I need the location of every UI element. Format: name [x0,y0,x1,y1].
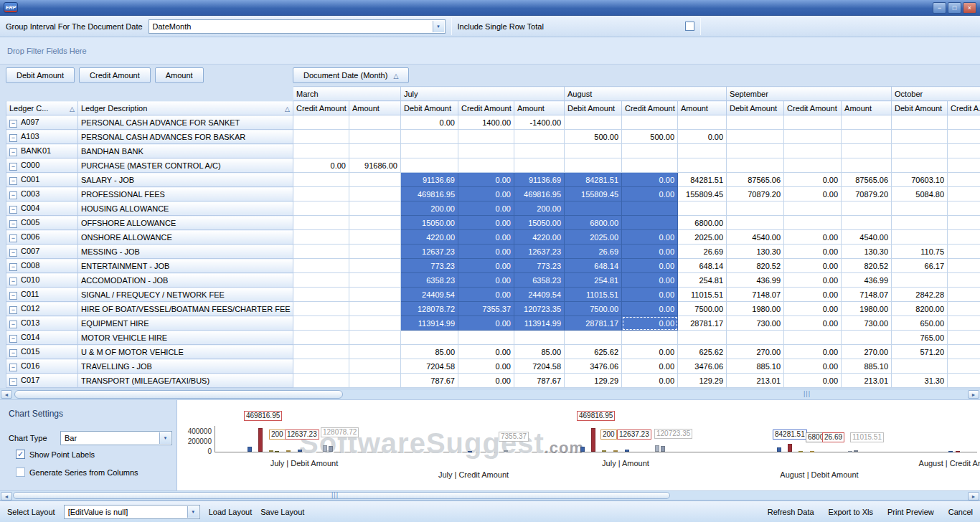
grid-cell[interactable] [842,331,892,345]
grid-cell[interactable] [349,187,401,201]
grid-cell[interactable]: 0.00 [458,288,514,302]
grid-cell[interactable] [401,331,458,345]
grid-cell[interactable]: 66.17 [892,259,948,273]
grid-cell[interactable] [293,245,349,259]
row-header-description[interactable]: MESSING - JOB [78,245,293,259]
grid-cell[interactable] [349,115,401,130]
grid-cell[interactable] [349,201,401,216]
row-header-code[interactable]: C014 [6,331,78,345]
column-group-header[interactable]: July [401,87,565,101]
grid-cell[interactable]: 128078.72 [401,302,458,316]
row-header-description[interactable]: SALARY - JOB [78,173,293,187]
grid-cell[interactable]: 213.01 [842,374,892,388]
grid-cell[interactable]: 0.00 [784,187,842,201]
grid-cell[interactable] [565,331,622,345]
row-header-description[interactable]: U & M OF MOTOR VEHICLE [78,345,293,359]
grid-cell[interactable] [784,158,842,173]
row-header-code[interactable]: C016 [6,359,78,374]
grid-cell[interactable] [565,201,622,216]
scrollbar-thumb[interactable] [13,492,670,499]
layout-select[interactable]: [EditValue is null] [64,505,200,519]
grid-cell[interactable]: 787.67 [514,374,565,388]
load-layout-button[interactable]: Load Layout [209,508,253,516]
grid-cell[interactable]: 7204.58 [401,359,458,374]
grid-cell[interactable] [842,144,892,158]
grid-cell[interactable] [458,144,514,158]
row-header-code[interactable]: A103 [6,130,78,144]
grid-cell[interactable]: 87565.06 [727,173,784,187]
column-group-header[interactable]: March [293,87,401,101]
grid-cell[interactable] [293,374,349,388]
grid-cell[interactable] [349,130,401,144]
grid-cell[interactable]: 1400.00 [458,115,514,130]
grid-cell[interactable]: 0.00 [622,302,678,316]
grid-cell[interactable]: 270.00 [727,345,784,359]
row-header-code[interactable]: C013 [6,316,78,331]
grid-cell[interactable]: 0.00 [458,259,514,273]
grid-cell[interactable]: 4220.00 [514,230,565,245]
grid-cell[interactable] [349,173,401,187]
row-header-description[interactable]: OFFSHORE ALLOWANCE [78,216,293,230]
grid-cell[interactable]: 436.99 [727,273,784,288]
grid-cell[interactable]: 84281.51 [678,173,727,187]
grid-cell[interactable]: 70603.10 [892,173,948,187]
grid-cell[interactable] [622,144,678,158]
grid-cell[interactable] [948,230,980,245]
grid-cell[interactable]: 0.00 [458,359,514,374]
grid-cell[interactable]: 436.99 [842,273,892,288]
grid-cell[interactable]: 885.10 [727,359,784,374]
grid-cell[interactable] [727,115,784,130]
grid-cell[interactable] [349,245,401,259]
collapse-icon[interactable] [9,364,17,371]
column-field-document-date[interactable]: Document Date (Month) [293,67,409,83]
data-field-credit-amount[interactable]: Credit Amount [79,67,151,83]
grid-cell[interactable]: 15050.00 [514,216,565,230]
column-group-header[interactable]: September [727,87,892,101]
grid-cell[interactable]: 0.00 [784,359,842,374]
grid-cell[interactable] [349,259,401,273]
grid-cell[interactable] [892,130,948,144]
cancel-button[interactable]: Cancel [948,508,973,516]
grid-cell[interactable] [349,345,401,359]
grid-cell[interactable]: 625.62 [565,345,622,359]
grid-cell[interactable]: 625.62 [678,345,727,359]
grid-cell[interactable]: 0.00 [784,259,842,273]
scroll-left-icon[interactable] [1,492,12,500]
show-point-labels-checkbox[interactable] [16,450,25,459]
grid-cell[interactable]: 2025.00 [678,230,727,245]
grid-cell[interactable]: 24409.54 [514,288,565,302]
grid-cell[interactable]: 28781.17 [678,316,727,331]
grid-cell[interactable]: 155809.45 [565,187,622,201]
grid-cell[interactable] [293,201,349,216]
grid-cell[interactable] [678,201,727,216]
grid-cell[interactable] [842,130,892,144]
grid-cell[interactable]: 6800.00 [565,216,622,230]
grid-cell[interactable] [727,144,784,158]
grid-cell[interactable]: 0.00 [622,245,678,259]
row-header-description[interactable]: HIRE OF BOAT/VESSEL/BOATMAN FEES/CHARTER… [78,302,293,316]
grid-cell[interactable]: 0.00 [458,230,514,245]
row-header-code[interactable]: C001 [6,173,78,187]
grid-cell[interactable]: 6800.00 [678,216,727,230]
grid-cell[interactable]: 200.00 [401,201,458,216]
column-header[interactable]: Credit Amount [293,101,349,115]
splitter-grip-icon[interactable] [804,390,811,397]
grid-cell[interactable]: 0.00 [784,345,842,359]
grid-cell[interactable]: 84281.51 [565,173,622,187]
grid-cell[interactable]: 0.00 [622,259,678,273]
grid-cell[interactable]: 31.30 [892,374,948,388]
grid-cell[interactable]: 11015.51 [565,288,622,302]
collapse-icon[interactable] [9,349,17,357]
grid-cell[interactable] [948,359,980,374]
grid-cell[interactable]: 1980.00 [842,302,892,316]
collapse-icon[interactable] [9,277,17,285]
grid-cell[interactable]: 765.00 [892,331,948,345]
grid-cell[interactable] [678,158,727,173]
grid-cell[interactable] [622,158,678,173]
grid-cell[interactable]: 91136.69 [514,173,565,187]
grid-cell[interactable]: 8200.00 [892,302,948,316]
grid-cell[interactable]: 130.30 [727,245,784,259]
grid-cell[interactable] [892,230,948,245]
chart-horizontal-scrollbar[interactable] [0,490,980,500]
row-field-ledger-description[interactable]: Ledger Description [78,101,293,115]
